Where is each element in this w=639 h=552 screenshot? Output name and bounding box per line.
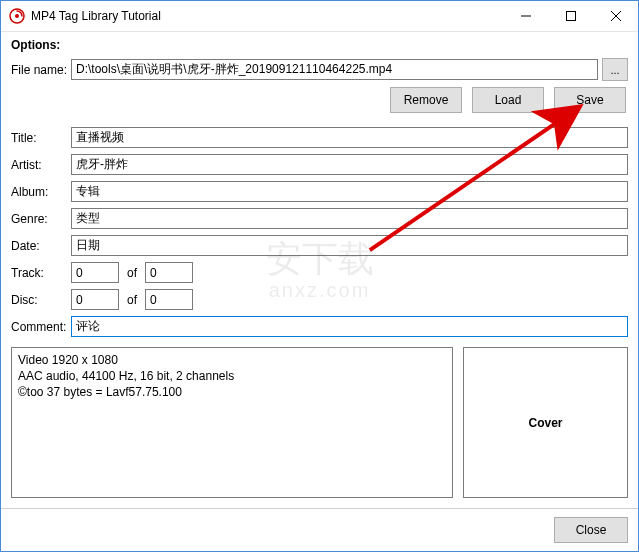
close-dialog-button[interactable]: Close [554, 517, 628, 543]
minimize-button[interactable] [503, 1, 548, 31]
footer: Close [1, 508, 638, 551]
media-info-panel: Video 1920 x 1080 AAC audio, 44100 Hz, 1… [11, 347, 453, 498]
window-title: MP4 Tag Library Tutorial [31, 9, 161, 23]
action-buttons-row: Remove Load Save [11, 87, 628, 113]
file-name-input[interactable] [71, 59, 598, 80]
disc-of-label: of [127, 293, 137, 307]
load-button[interactable]: Load [472, 87, 544, 113]
comment-label: Comment: [11, 320, 71, 334]
title-row: Title: [11, 127, 628, 148]
cover-panel[interactable]: Cover [463, 347, 628, 498]
disc-number-input[interactable] [71, 289, 119, 310]
track-of-label: of [127, 266, 137, 280]
date-label: Date: [11, 239, 71, 253]
album-input[interactable] [71, 181, 628, 202]
genre-input[interactable] [71, 208, 628, 229]
svg-point-1 [15, 14, 19, 18]
svg-rect-3 [566, 12, 575, 21]
disc-total-input[interactable] [145, 289, 193, 310]
window-controls [503, 1, 638, 31]
comment-input[interactable] [71, 316, 628, 337]
artist-input[interactable] [71, 154, 628, 175]
content-area: Options: File name: ... Remove Load Save… [1, 32, 638, 508]
artist-label: Artist: [11, 158, 71, 172]
disc-row: Disc: of [11, 289, 628, 310]
options-heading: Options: [11, 38, 628, 52]
save-button[interactable]: Save [554, 87, 626, 113]
date-input[interactable] [71, 235, 628, 256]
date-row: Date: [11, 235, 628, 256]
genre-label: Genre: [11, 212, 71, 226]
app-window: MP4 Tag Library Tutorial Options: File n… [0, 0, 639, 552]
album-label: Album: [11, 185, 71, 199]
remove-button[interactable]: Remove [390, 87, 462, 113]
close-button[interactable] [593, 1, 638, 31]
maximize-button[interactable] [548, 1, 593, 31]
track-label: Track: [11, 266, 71, 280]
track-total-input[interactable] [145, 262, 193, 283]
track-row: Track: of [11, 262, 628, 283]
titlebar: MP4 Tag Library Tutorial [1, 1, 638, 32]
artist-row: Artist: [11, 154, 628, 175]
app-icon [9, 8, 25, 24]
genre-row: Genre: [11, 208, 628, 229]
disc-label: Disc: [11, 293, 71, 307]
file-name-label: File name: [11, 63, 71, 77]
comment-row: Comment: [11, 316, 628, 337]
album-row: Album: [11, 181, 628, 202]
title-label: Title: [11, 131, 71, 145]
bottom-panels: Video 1920 x 1080 AAC audio, 44100 Hz, 1… [11, 347, 628, 498]
file-name-row: File name: ... [11, 58, 628, 81]
title-input[interactable] [71, 127, 628, 148]
track-number-input[interactable] [71, 262, 119, 283]
browse-button[interactable]: ... [602, 58, 628, 81]
